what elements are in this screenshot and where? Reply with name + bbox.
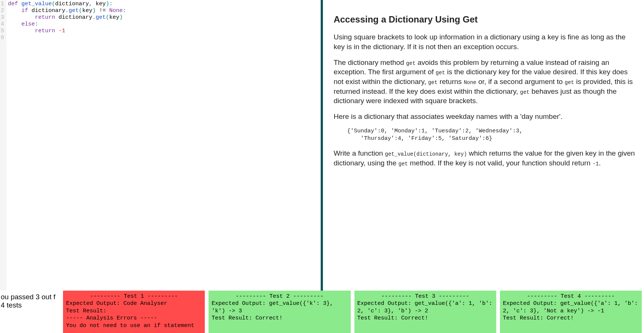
code-editor[interactable]: 1 2 3 4 5 6 def get_value(dictionary, ke… bbox=[0, 0, 321, 291]
line-number: 1 bbox=[1, 1, 4, 8]
instructions-pane[interactable]: Accessing a Dictionary Using Get Using s… bbox=[323, 0, 644, 291]
inline-code: get bbox=[398, 161, 408, 167]
inline-code: get bbox=[520, 89, 530, 95]
line-number: 6 bbox=[1, 34, 4, 41]
test-line: Expected Output: Code Analyser bbox=[66, 300, 202, 308]
test-header: --------- Test 3 --------- bbox=[357, 293, 493, 300]
test-header: --------- Test 2 --------- bbox=[212, 293, 347, 300]
test-result-card: --------- Test 1 ---------Expected Outpu… bbox=[63, 291, 205, 333]
main-row: 1 2 3 4 5 6 def get_value(dictionary, ke… bbox=[0, 0, 644, 291]
test-line: Test Result: bbox=[66, 308, 202, 315]
line-number: 2 bbox=[1, 8, 4, 14]
test-line: Expected Output: get_value({'a': 1, 'b':… bbox=[503, 300, 639, 315]
code-content[interactable]: def get_value(dictionary, key): if dicti… bbox=[6, 0, 321, 291]
inline-code: get bbox=[406, 60, 416, 66]
results-summary: ou passed 3 out f 4 tests bbox=[0, 291, 63, 312]
inline-code: -1 bbox=[593, 161, 599, 167]
test-line: Test Result: Correct! bbox=[212, 315, 347, 322]
instructions-paragraph: Here is a dictionary that associates wee… bbox=[333, 112, 636, 122]
test-cards-container: --------- Test 1 ---------Expected Outpu… bbox=[63, 291, 644, 333]
inline-code: get bbox=[428, 80, 437, 86]
test-header: --------- Test 4 --------- bbox=[503, 293, 639, 300]
test-line: Test Result: Correct! bbox=[503, 315, 639, 322]
test-line: Test Result: Correct! bbox=[357, 315, 493, 322]
inline-code: get bbox=[565, 80, 574, 86]
code-block: {'Sunday':0, 'Monday':1, 'Tuesday':2, 'W… bbox=[347, 128, 636, 143]
line-number: 5 bbox=[1, 28, 4, 34]
test-line: Expected Output: get_value({'k': 3}, 'k'… bbox=[212, 300, 347, 315]
instructions-paragraph: Using square brackets to look up informa… bbox=[333, 32, 636, 51]
test-line: Expected Output: get_value({'a': 1, 'b':… bbox=[357, 300, 493, 315]
instructions-paragraph: Write a function get_value(dictionary, k… bbox=[333, 148, 636, 168]
instructions-title: Accessing a Dictionary Using Get bbox=[333, 14, 636, 26]
test-line: You do not need to use an if statement bbox=[66, 322, 202, 330]
instructions-paragraph: The dictionary method get avoids this pr… bbox=[333, 58, 636, 106]
line-number: 4 bbox=[1, 21, 4, 28]
line-number: 3 bbox=[1, 14, 4, 21]
inline-code: None bbox=[464, 80, 476, 86]
line-number-gutter: 1 2 3 4 5 6 bbox=[0, 0, 6, 291]
test-header: --------- Test 1 --------- bbox=[66, 293, 202, 300]
test-line: ----- Analysis Errors ----- bbox=[66, 315, 202, 322]
inline-code: get bbox=[436, 70, 445, 76]
test-result-card: --------- Test 3 ---------Expected Outpu… bbox=[354, 291, 496, 333]
inline-code: get_value(dictionary, key) bbox=[385, 151, 467, 157]
results-panel: ou passed 3 out f 4 tests --------- Test… bbox=[0, 291, 644, 333]
test-result-card: --------- Test 2 ---------Expected Outpu… bbox=[209, 291, 350, 333]
test-result-card: --------- Test 4 ---------Expected Outpu… bbox=[500, 291, 642, 333]
